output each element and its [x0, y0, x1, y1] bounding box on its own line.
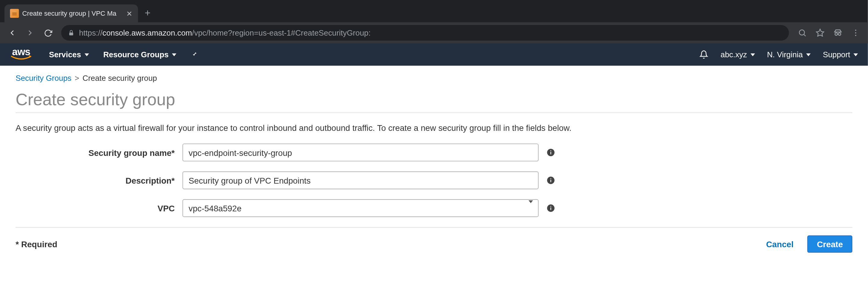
breadcrumb-current: Create security group: [83, 73, 157, 83]
back-button[interactable]: [4, 25, 20, 41]
description-input[interactable]: [182, 172, 538, 189]
close-icon[interactable]: ✕: [126, 10, 132, 17]
svg-rect-14: [550, 152, 551, 154]
chevron-down-icon: [806, 53, 811, 56]
search-icon[interactable]: [795, 25, 810, 41]
svg-marker-1: [12, 10, 17, 12]
info-icon[interactable]: [547, 204, 555, 213]
svg-point-3: [799, 30, 804, 35]
nav-region-label: N. Virginia: [767, 50, 803, 59]
aws-logo[interactable]: aws: [10, 48, 32, 61]
svg-rect-18: [550, 178, 551, 179]
incognito-icon[interactable]: [830, 25, 846, 41]
star-icon[interactable]: [812, 25, 828, 41]
notifications-icon[interactable]: [700, 50, 709, 59]
security-group-name-input[interactable]: [182, 144, 538, 161]
browser-tab-bar: Create security group | VPC Ma ✕ +: [0, 0, 868, 22]
nav-resource-groups-label: Resource Groups: [103, 50, 169, 59]
info-icon[interactable]: [547, 148, 555, 157]
vpc-label: VPC: [16, 204, 183, 213]
svg-line-4: [804, 35, 806, 36]
info-icon[interactable]: [547, 176, 555, 185]
svg-point-10: [855, 32, 856, 33]
page-content: Security Groups > Create security group …: [0, 66, 868, 261]
svg-rect-15: [550, 150, 551, 151]
browser-right-icons: [795, 25, 864, 41]
description-label: Description*: [16, 176, 183, 185]
svg-marker-5: [816, 29, 824, 36]
lock-icon: [68, 30, 74, 36]
required-note: * Required: [16, 239, 57, 249]
row-vpc: VPC: [16, 199, 852, 217]
nav-account[interactable]: abc.xyz: [721, 50, 755, 59]
forward-button[interactable]: [22, 25, 38, 41]
reload-button[interactable]: [40, 25, 56, 41]
nav-region[interactable]: N. Virginia: [767, 50, 811, 59]
nav-account-label: abc.xyz: [721, 50, 747, 59]
svg-rect-21: [550, 206, 551, 207]
chevron-down-icon: [172, 53, 177, 56]
nav-support[interactable]: Support: [823, 50, 858, 59]
chevron-down-icon: [84, 53, 89, 56]
browser-address-bar: https://console.aws.amazon.com/vpc/home?…: [0, 22, 868, 43]
nav-resource-groups[interactable]: Resource Groups: [103, 50, 177, 59]
row-description: Description*: [16, 172, 852, 189]
page-lead: A security group acts as a virtual firew…: [16, 123, 852, 132]
url-path: /vpc/home?region=us-east-1#CreateSecurit…: [192, 28, 371, 37]
nav-services-label: Services: [49, 50, 81, 59]
breadcrumb: Security Groups > Create security group: [16, 73, 852, 83]
nav-support-label: Support: [823, 50, 850, 59]
browser-chrome: Create security group | VPC Ma ✕ + https…: [0, 0, 868, 43]
url-text: https://console.aws.amazon.com/vpc/home?…: [79, 28, 371, 37]
svg-point-6: [835, 33, 837, 35]
svg-rect-20: [550, 207, 551, 210]
url-field[interactable]: https://console.aws.amazon.com/vpc/home?…: [61, 25, 789, 41]
aws-top-nav: aws Services Resource Groups abc.xyz N. …: [0, 43, 868, 66]
svg-point-7: [838, 33, 841, 35]
chevron-down-icon: [750, 53, 755, 56]
breadcrumb-parent-link[interactable]: Security Groups: [16, 73, 71, 83]
url-host: console.aws.amazon.com: [102, 28, 192, 37]
cancel-button[interactable]: Cancel: [757, 236, 803, 253]
kebab-menu-icon[interactable]: [848, 25, 864, 41]
row-security-group-name: Security group name*: [16, 144, 852, 161]
url-scheme: https://: [79, 28, 102, 37]
svg-point-11: [855, 35, 856, 36]
aws-favicon-icon: [10, 9, 19, 18]
vpc-select[interactable]: [182, 199, 538, 217]
security-group-name-label: Security group name*: [16, 148, 183, 157]
svg-rect-2: [69, 33, 73, 35]
create-button[interactable]: Create: [807, 236, 852, 253]
browser-tab[interactable]: Create security group | VPC Ma ✕: [4, 4, 138, 22]
svg-rect-17: [550, 180, 551, 182]
divider: [16, 113, 852, 113]
new-tab-button[interactable]: +: [145, 7, 150, 19]
nav-services[interactable]: Services: [49, 50, 89, 59]
chevron-down-icon: [854, 53, 858, 56]
page-title: Create security group: [16, 90, 852, 109]
svg-point-9: [855, 30, 856, 31]
svg-rect-0: [12, 12, 17, 16]
breadcrumb-sep: >: [75, 73, 79, 83]
pin-icon[interactable]: [191, 51, 198, 59]
browser-tab-title: Create security group | VPC Ma: [22, 9, 123, 17]
footer-bar: * Required Cancel Create: [16, 227, 852, 253]
